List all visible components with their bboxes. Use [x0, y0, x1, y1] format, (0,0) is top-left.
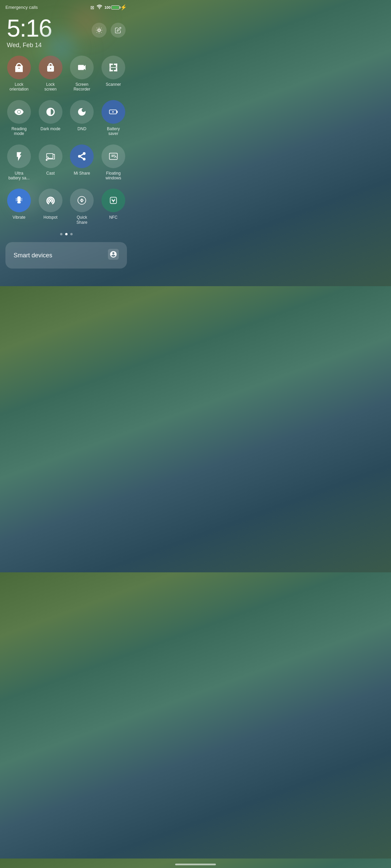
vibrate-icon-circle	[7, 189, 31, 212]
hotspot-label: Hotspot	[43, 215, 57, 220]
qs-item-battery-saver[interactable]: Batterysaver	[100, 100, 127, 136]
hotspot-icon-circle	[39, 189, 62, 212]
svg-point-0	[99, 8, 100, 9]
qs-item-hotspot[interactable]: Hotspot	[37, 189, 64, 225]
emergency-calls-text: Emergency calls	[5, 5, 38, 10]
smart-devices-panel[interactable]: Smart devices	[5, 242, 127, 269]
qs-item-dnd[interactable]: DND	[68, 100, 95, 136]
nfc-label: NFC	[109, 215, 118, 220]
dnd-label: DND	[77, 126, 86, 131]
clock-icons-row	[92, 23, 126, 38]
charging-icon: ⚡	[120, 4, 127, 11]
qs-row-4: Vibrate Hotspot QuickShare	[5, 189, 127, 225]
mi-share-label: Mi Share	[74, 171, 90, 176]
dark-mode-label: Dark mode	[40, 126, 60, 131]
ultra-battery-icon-circle	[7, 144, 31, 168]
settings-icon-button[interactable]	[92, 23, 107, 38]
svg-rect-9	[110, 68, 110, 71]
mijia-icon	[108, 249, 119, 262]
qs-item-scanner[interactable]: Scanner	[100, 56, 127, 92]
mi-share-icon-circle	[70, 144, 94, 168]
battery-box	[111, 5, 119, 9]
date-display: Wed, Feb 14	[7, 42, 52, 49]
floating-windows-icon-circle	[101, 144, 125, 168]
battery-saver-label: Batterysaver	[107, 126, 120, 136]
qs-item-mi-share[interactable]: Mi Share	[68, 144, 95, 181]
qs-item-reading-mode[interactable]: Readingmode	[5, 100, 33, 136]
qs-item-nfc[interactable]: NFC	[100, 189, 127, 225]
qs-item-floating-windows[interactable]: Floatingwindows	[100, 144, 127, 181]
wifi-icon	[96, 4, 103, 10]
vibrate-label: Vibrate	[13, 215, 25, 220]
clock-right-icons	[92, 16, 126, 38]
battery-indicator: 100 ⚡	[105, 4, 127, 11]
page-dot-1[interactable]	[60, 233, 62, 235]
battery-fill	[112, 6, 119, 9]
status-icons: ⊠ 100 ⚡	[90, 4, 127, 11]
nfc-icon-circle	[101, 189, 125, 212]
svg-rect-10	[116, 68, 117, 71]
qs-item-lock-screen[interactable]: Lockscreen	[37, 56, 64, 92]
qs-row-2: Readingmode Dark mode DND	[5, 100, 127, 136]
qs-item-quick-share[interactable]: QuickShare	[68, 189, 95, 225]
clock-left: 5:16 Wed, Feb 14	[7, 16, 52, 49]
qs-item-dark-mode[interactable]: Dark mode	[37, 100, 64, 136]
svg-rect-15	[46, 153, 53, 158]
qs-item-ultra-battery[interactable]: Ultrabattery sa...	[5, 144, 33, 181]
scanner-icon-circle	[101, 56, 125, 79]
dark-mode-icon-circle	[39, 100, 62, 124]
qs-row-1: Lockorientation Lockscreen ScreenRecorde…	[5, 56, 127, 92]
lock-orientation-icon-circle	[7, 56, 31, 79]
smart-devices-label: Smart devices	[14, 252, 52, 259]
lock-screen-label: Lockscreen	[44, 82, 57, 92]
svg-rect-7	[110, 64, 110, 67]
screen-recorder-icon-circle	[70, 56, 94, 79]
floating-windows-label: Floatingwindows	[106, 171, 121, 181]
cast-label: Cast	[46, 171, 55, 176]
notification-icon: ⊠	[90, 5, 94, 10]
qs-item-vibrate[interactable]: Vibrate	[5, 189, 33, 225]
page-dot-2[interactable]	[65, 233, 68, 235]
edit-icon-button[interactable]	[111, 23, 126, 38]
scanner-label: Scanner	[106, 82, 121, 87]
qs-item-cast[interactable]: Cast	[37, 144, 64, 181]
clock-area: 5:16 Wed, Feb 14	[0, 13, 132, 56]
quick-share-label: QuickShare	[76, 215, 87, 225]
reading-mode-icon-circle	[7, 100, 31, 124]
page-dot-3[interactable]	[70, 233, 73, 235]
quick-settings-grid: Lockorientation Lockscreen ScreenRecorde…	[0, 56, 132, 225]
qs-item-lock-orientation[interactable]: Lockorientation	[5, 56, 33, 92]
page-dots	[0, 233, 132, 235]
battery-saver-icon-circle	[101, 100, 125, 124]
battery-percent: 100	[105, 5, 111, 9]
quick-share-icon-circle	[70, 189, 94, 212]
svg-rect-8	[116, 64, 117, 67]
qs-item-screen-recorder[interactable]: ScreenRecorder	[68, 56, 95, 92]
status-bar: Emergency calls ⊠ 100 ⚡	[0, 0, 132, 13]
svg-point-1	[98, 29, 100, 31]
dnd-icon-circle	[70, 100, 94, 124]
svg-point-16	[46, 159, 47, 160]
qs-row-3: Ultrabattery sa... Cast Mi Share	[5, 144, 127, 181]
reading-mode-label: Readingmode	[12, 126, 27, 136]
lock-screen-icon-circle	[39, 56, 62, 79]
screen-recorder-label: ScreenRecorder	[74, 82, 90, 92]
cast-icon-circle	[39, 144, 62, 168]
time-display: 5:16	[7, 16, 52, 40]
ultra-battery-label: Ultrabattery sa...	[8, 171, 30, 181]
lock-orientation-label: Lockorientation	[10, 82, 29, 92]
